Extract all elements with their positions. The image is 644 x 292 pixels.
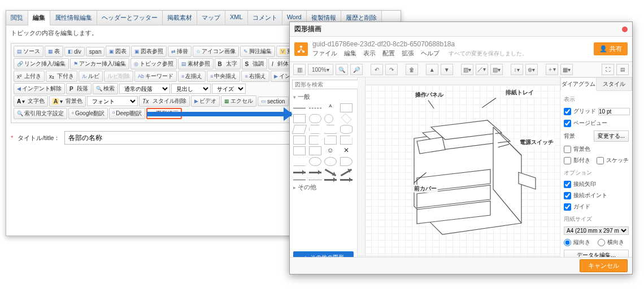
shape-actor[interactable]: ☺ bbox=[324, 146, 337, 155]
props-tab-diagram[interactable]: ダイアグラム bbox=[560, 77, 597, 91]
portrait-radio[interactable] bbox=[564, 239, 571, 246]
shape-cube[interactable] bbox=[293, 136, 306, 145]
waypoint-button[interactable]: ⊕▾ bbox=[525, 64, 538, 75]
btn-footnote-edit[interactable]: ✎脚注編集 bbox=[240, 46, 275, 57]
tab-comment[interactable]: コメント bbox=[248, 11, 282, 25]
shape-trapezoid[interactable] bbox=[324, 125, 337, 134]
btn-search[interactable]: 🔍検索 bbox=[93, 83, 118, 94]
btn-link[interactable]: 🔗リンク挿入/編集 bbox=[14, 58, 69, 69]
shape-arrow2[interactable] bbox=[309, 172, 321, 173]
btn-material-ref[interactable]: ▤素材参照 bbox=[178, 58, 214, 69]
tab-attr-edit[interactable]: 属性情報編集 bbox=[50, 11, 97, 25]
redo-button[interactable]: ↷ bbox=[385, 64, 398, 75]
palette-section-general[interactable]: 一般 bbox=[290, 91, 357, 102]
btn-subscript[interactable]: x₂ 下付き bbox=[46, 71, 77, 82]
zoom-in-button[interactable]: 🔍 bbox=[336, 64, 348, 75]
format-panel-button[interactable]: ▤ bbox=[616, 64, 629, 75]
shape-note[interactable] bbox=[340, 136, 353, 145]
shape-diamond[interactable] bbox=[341, 114, 351, 124]
shape-arrow3[interactable] bbox=[325, 169, 337, 177]
shape-doc[interactable] bbox=[293, 146, 306, 155]
btn-index-chars[interactable]: 🔍索引用文字設定 bbox=[14, 108, 67, 119]
shape-hexagon[interactable] bbox=[309, 125, 321, 134]
btn-clear-style[interactable]: Tx スタイル削除 bbox=[139, 95, 190, 107]
to-back-button[interactable]: ▼ bbox=[441, 64, 453, 75]
btn-figure[interactable]: ▣図表 bbox=[106, 46, 130, 57]
table-button[interactable]: ▦▾ bbox=[560, 64, 573, 75]
tab-xml[interactable]: XML bbox=[225, 11, 248, 25]
guide-checkbox[interactable] bbox=[564, 203, 571, 211]
palette-section-other[interactable]: その他 bbox=[290, 182, 357, 193]
shape-parallelogram[interactable] bbox=[292, 125, 307, 134]
shape-conn3[interactable] bbox=[324, 179, 337, 181]
menu-file[interactable]: ファイル bbox=[312, 49, 337, 58]
menu-arrange[interactable]: 配置 bbox=[382, 49, 395, 58]
shape-rounded[interactable] bbox=[309, 114, 321, 123]
tab-view[interactable]: 閲覧 bbox=[6, 11, 28, 25]
menu-edit[interactable]: 編集 bbox=[344, 49, 356, 58]
conn-arrow-checkbox[interactable] bbox=[564, 181, 571, 188]
line-color-button[interactable]: ／▾ bbox=[476, 64, 488, 75]
btn-bold[interactable]: B 太字 bbox=[215, 58, 241, 69]
btn-strong[interactable]: S 強調 bbox=[242, 58, 267, 69]
shape-arrow1[interactable] bbox=[293, 172, 306, 173]
change-bg-button[interactable]: 変更する... bbox=[594, 130, 629, 142]
shape-and[interactable] bbox=[340, 157, 353, 166]
cancel-button[interactable]: キャンセル bbox=[580, 259, 628, 272]
grid-size-input[interactable] bbox=[598, 108, 630, 115]
pageview-checkbox[interactable] bbox=[564, 120, 571, 127]
tab-materials[interactable]: 掲載素材 bbox=[163, 11, 197, 25]
btn-outdent[interactable]: ◀インデント解除 bbox=[14, 83, 65, 94]
tab-map[interactable]: マップ bbox=[197, 11, 225, 25]
btn-span[interactable]: span bbox=[86, 47, 105, 56]
btn-textcolor[interactable]: A▾ 文字色 bbox=[14, 95, 48, 107]
btn-anchor[interactable]: ⚑アンカー挿入/編集 bbox=[70, 58, 129, 69]
share-button[interactable]: 👤 共有 bbox=[594, 42, 628, 55]
shadow-button[interactable]: ▧▾ bbox=[490, 64, 503, 75]
btn-table[interactable]: ▦表 bbox=[45, 46, 63, 57]
shape-triangle[interactable] bbox=[293, 157, 306, 166]
canvas[interactable]: 操作パネル 排紙トレイ 電源スイッチ 前カバー ≡ ページ1 ▾ ＋ bbox=[358, 77, 560, 267]
btn-align-right[interactable]: ≡右揃え bbox=[241, 71, 269, 82]
shape-cloud[interactable] bbox=[309, 157, 321, 166]
connection-button[interactable]: ↕▾ bbox=[511, 64, 523, 75]
sketch-checkbox[interactable] bbox=[597, 157, 604, 164]
btn-italic[interactable]: I 斜体 bbox=[268, 58, 292, 69]
shape-rect[interactable] bbox=[340, 103, 353, 112]
shape-or[interactable] bbox=[324, 157, 337, 166]
btn-section[interactable]: ▭section bbox=[258, 97, 289, 106]
btn-replace[interactable]: ⇄挿替 bbox=[168, 46, 192, 57]
shape-conn2[interactable] bbox=[309, 180, 321, 180]
shape-callout[interactable] bbox=[309, 146, 321, 155]
menu-extras[interactable]: 拡張 bbox=[402, 49, 414, 58]
select-font[interactable]: フォント bbox=[87, 96, 138, 106]
menu-view[interactable]: 表示 bbox=[363, 49, 376, 58]
fill-color-button[interactable]: ▨▾ bbox=[461, 64, 473, 75]
btn-topic-ref[interactable]: ◎トピック参照 bbox=[130, 58, 177, 69]
shape-text[interactable]: A bbox=[324, 103, 337, 112]
btn-google-translate[interactable]: ᵍGoogle翻訳 bbox=[68, 108, 108, 119]
menu-help[interactable]: ヘルプ bbox=[421, 49, 440, 58]
shape-dash[interactable] bbox=[309, 108, 321, 108]
fullscreen-button[interactable]: ⛶ bbox=[602, 64, 614, 75]
btn-bgcolor[interactable]: A▾ 背景色 bbox=[49, 95, 86, 107]
shape-cylinder[interactable] bbox=[340, 125, 353, 134]
toggle-sidebar-button[interactable]: ▥ bbox=[293, 64, 306, 75]
btn-align-center[interactable]: ≡中央揃え bbox=[207, 71, 240, 82]
btn-superscript[interactable]: x² 上付き bbox=[14, 71, 45, 82]
undo-button[interactable]: ↶ bbox=[371, 64, 383, 75]
shadow-checkbox[interactable] bbox=[564, 157, 571, 164]
btn-div[interactable]: ◧div bbox=[64, 47, 85, 56]
shape-arrow4[interactable] bbox=[340, 169, 352, 177]
props-tab-style[interactable]: スタイル bbox=[597, 77, 632, 91]
btn-ruby-del[interactable]: ルビ削除 bbox=[104, 71, 133, 82]
insert-button[interactable]: ＋▾ bbox=[546, 64, 558, 75]
btn-source[interactable]: ▤ソース bbox=[14, 46, 43, 57]
btn-ruby[interactable]: ルルビ bbox=[79, 71, 103, 82]
btn-figure-ref[interactable]: ▣図表参照 bbox=[131, 46, 167, 57]
tab-header-footer[interactable]: ヘッダーとフッター bbox=[97, 11, 163, 25]
btn-deepl-translate[interactable]: ᴰDeepl翻訳 bbox=[109, 108, 145, 119]
btn-keyword[interactable]: Abキーワード bbox=[134, 71, 177, 82]
select-size[interactable]: サイズ bbox=[212, 84, 246, 94]
select-format[interactable]: 通常の段落 bbox=[119, 84, 170, 94]
